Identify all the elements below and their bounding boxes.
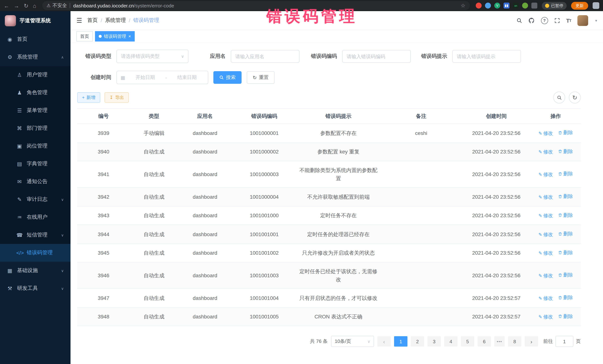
- sidebar-toggle-icon[interactable]: ☰: [76, 16, 82, 24]
- delete-link[interactable]: 删除: [558, 271, 573, 279]
- bookmark-star-icon[interactable]: ☆: [461, 3, 465, 9]
- sidebar-item-system-mgmt[interactable]: ⚙ 系统管理 ∧: [0, 48, 70, 66]
- edit-icon: ✎: [538, 294, 542, 302]
- sidebar-item-dev-tools[interactable]: ⚒ 研发工具 ∨: [0, 279, 70, 297]
- sidebar-item-dept-mgmt[interactable]: ⌘ 部门管理: [0, 119, 70, 137]
- delete-link[interactable]: 删除: [558, 294, 573, 302]
- stats-extension-icon[interactable]: ▮▮: [504, 3, 510, 9]
- breadcrumb-system[interactable]: 系统管理: [105, 17, 126, 24]
- page-button-8[interactable]: 8: [508, 336, 521, 347]
- cell-app: dashboard: [178, 143, 232, 161]
- chevron-up-icon: ∧: [61, 55, 64, 59]
- error-message-input[interactable]: [452, 50, 521, 63]
- prev-page-button[interactable]: ‹: [377, 336, 391, 347]
- avatar-dropdown-icon[interactable]: ▾: [595, 18, 597, 22]
- edit-link[interactable]: ✎修改: [538, 212, 553, 220]
- record-extension-icon[interactable]: [476, 3, 482, 9]
- edit-icon: ✎: [538, 212, 542, 220]
- app-name-input[interactable]: [231, 50, 300, 63]
- breadcrumb-home[interactable]: 首页: [87, 17, 98, 24]
- v-extension-icon[interactable]: V: [494, 3, 500, 9]
- edit-link[interactable]: ✎修改: [538, 129, 553, 137]
- cell-message: 定时任务不存在: [297, 207, 380, 224]
- home-icon[interactable]: ⌂: [33, 3, 36, 8]
- page-button-6[interactable]: 6: [477, 336, 491, 347]
- delete-link[interactable]: 删除: [558, 192, 573, 200]
- edit-link[interactable]: ✎修改: [538, 249, 553, 257]
- font-size-icon[interactable]: TT: [566, 17, 571, 23]
- cell-remark: [380, 230, 462, 239]
- sidebar-item-online-users[interactable]: ♒ 在线用户: [0, 208, 70, 226]
- error-code-input[interactable]: [342, 50, 411, 63]
- delete-link[interactable]: 删除: [558, 147, 573, 155]
- error-type-select[interactable]: 请选择错误码类型 ∨: [116, 50, 188, 63]
- search-button[interactable]: 搜索: [213, 71, 242, 84]
- edit-link[interactable]: ✎修改: [538, 193, 553, 201]
- trash-icon: [558, 194, 562, 199]
- sidebar-item-menu-mgmt[interactable]: ☰ 菜单管理: [0, 101, 70, 119]
- next-page-button[interactable]: ›: [525, 336, 538, 347]
- delete-link[interactable]: 删除: [558, 230, 573, 238]
- browser-update-button[interactable]: 更新: [571, 2, 588, 10]
- paw-extension-icon[interactable]: [522, 3, 528, 9]
- github-icon[interactable]: [528, 17, 534, 23]
- sidebar-item-error-code-mgmt[interactable]: </> 错误码管理: [0, 244, 70, 262]
- sidebar-item-post-mgmt[interactable]: ▣ 岗位管理: [0, 137, 70, 155]
- page-button-5[interactable]: 5: [461, 336, 474, 347]
- sidebar-item-infrastructure[interactable]: ▦ 基础设施 ∨: [0, 262, 70, 279]
- help-icon[interactable]: ?: [541, 17, 548, 24]
- edit-link[interactable]: ✎修改: [538, 313, 553, 321]
- switch-extension-icon[interactable]: on: [513, 3, 519, 9]
- sidebar-item-user-mgmt[interactable]: ♙ 用户管理: [0, 66, 70, 84]
- tab-close-icon[interactable]: ×: [128, 34, 131, 39]
- edit-link[interactable]: ✎修改: [538, 170, 553, 179]
- add-button[interactable]: + 新增: [77, 92, 100, 103]
- user-avatar[interactable]: [577, 15, 588, 26]
- paused-badge[interactable]: 已暂停: [542, 2, 567, 10]
- refresh-table-button[interactable]: ↻: [569, 92, 581, 103]
- log-icon: ✎: [16, 197, 23, 202]
- fullscreen-icon[interactable]: [554, 18, 560, 23]
- forward-icon[interactable]: →: [14, 3, 19, 8]
- reload-icon[interactable]: ↻: [24, 3, 28, 8]
- more-pages-button[interactable]: •••: [494, 336, 505, 347]
- delete-link[interactable]: 删除: [558, 312, 573, 320]
- tab-home[interactable]: 首页: [76, 31, 93, 42]
- sidebar-item-dict-mgmt[interactable]: ▤ 字典管理: [0, 155, 70, 173]
- date-range-picker[interactable]: ▦ 开始日期 - 结束日期: [116, 71, 208, 84]
- security-warning[interactable]: ⚠ 不安全: [46, 2, 67, 9]
- browser-profile-avatar[interactable]: [593, 2, 599, 9]
- cell-id: 3947: [77, 289, 130, 307]
- extensions-puzzle-icon[interactable]: [531, 3, 537, 9]
- page-button-1[interactable]: 1: [394, 336, 407, 347]
- sidebar-item-role-mgmt[interactable]: ♟ 角色管理: [0, 84, 70, 101]
- tags-view-bar: 首页 错误码管理 ×: [70, 30, 603, 43]
- edit-link[interactable]: ✎修改: [538, 272, 553, 280]
- back-icon[interactable]: ←: [4, 3, 9, 8]
- sidebar-item-sms-mgmt[interactable]: ☎ 短信管理 ∨: [0, 226, 70, 244]
- sidebar-item-home[interactable]: ◉ 首页: [0, 30, 70, 48]
- page-size-select[interactable]: 10条/页 ∨: [331, 336, 374, 347]
- toggle-search-button[interactable]: [553, 92, 565, 103]
- delete-link[interactable]: 删除: [558, 211, 573, 219]
- sidebar-item-notice[interactable]: ✉ 通知公告: [0, 173, 70, 190]
- edit-link[interactable]: ✎修改: [538, 148, 553, 156]
- search-icon[interactable]: [516, 18, 522, 23]
- reset-button[interactable]: ↻ 重置: [247, 71, 275, 84]
- light-extension-icon[interactable]: [485, 3, 491, 9]
- edit-link[interactable]: ✎修改: [538, 230, 553, 239]
- edit-link[interactable]: ✎修改: [538, 294, 553, 302]
- delete-link[interactable]: 删除: [558, 170, 573, 178]
- cell-id: 3946: [77, 266, 130, 284]
- page-button-4[interactable]: 4: [444, 336, 458, 347]
- export-button[interactable]: ↧ 导出: [105, 92, 129, 103]
- sidebar-item-audit-log[interactable]: ✎ 审计日志 ∨: [0, 190, 70, 208]
- address-bar[interactable]: ⚠ 不安全 dashboard.yudao.iocoder.cn/system/…: [42, 1, 470, 10]
- col-id: 编号: [77, 112, 130, 120]
- page-button-2[interactable]: 2: [411, 336, 424, 347]
- tab-error-code-mgmt[interactable]: 错误码管理 ×: [95, 31, 135, 42]
- page-button-3[interactable]: 3: [428, 336, 441, 347]
- delete-link[interactable]: 删除: [558, 249, 573, 257]
- goto-page-input[interactable]: [556, 336, 573, 347]
- delete-link[interactable]: 删除: [558, 129, 573, 137]
